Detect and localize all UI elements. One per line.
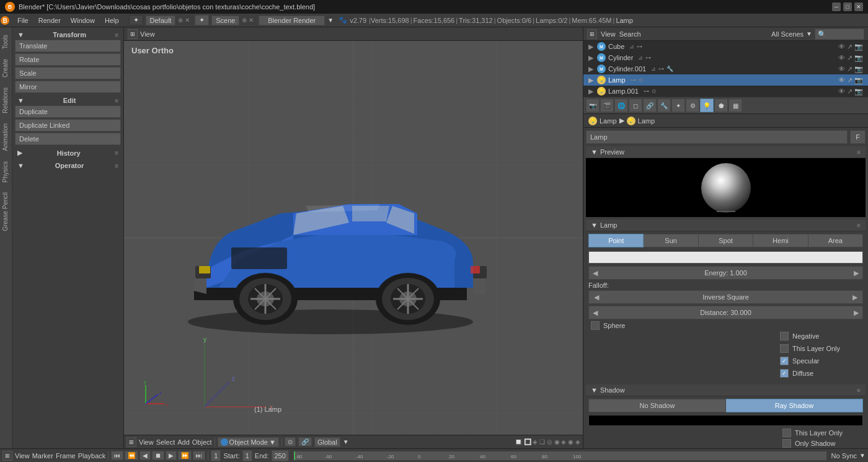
no-shadow-btn[interactable]: No Shadow	[588, 399, 726, 412]
shadow-color[interactable]	[588, 415, 863, 426]
prop-modifier-btn[interactable]: 🔧	[657, 99, 671, 112]
menu-render[interactable]: Render	[33, 14, 66, 27]
tab-grease-pencil[interactable]: Grease Pencil	[0, 187, 12, 236]
outliner-view-menu[interactable]: View	[601, 30, 616, 38]
prop-scene-btn[interactable]: 🎬	[600, 99, 614, 112]
pivot-button[interactable]: ⊙	[285, 437, 296, 446]
falloff-right-arrow[interactable]: ▶	[852, 293, 857, 301]
outliner-item-cylinder[interactable]: ▶ M Cylinder ⊿ ⊶ 👁 ↗ 📷	[583, 52, 868, 63]
lamp-color-swatch[interactable]	[588, 251, 863, 264]
no-sync-dropdown[interactable]: ▼	[859, 452, 866, 459]
viewport-view-menu[interactable]: View	[139, 438, 154, 446]
this-layer-only-checkbox[interactable]	[780, 344, 789, 353]
f-button[interactable]: F	[850, 130, 866, 144]
render-engine-selector[interactable]: Blender Render	[259, 16, 325, 25]
sphere-checkbox[interactable]	[591, 321, 600, 330]
timeline-icon[interactable]: ⊞	[2, 451, 12, 461]
distance-left-arrow[interactable]: ◀	[593, 309, 598, 317]
cyl-restrict-view[interactable]: 📷	[854, 54, 863, 62]
outliner-item-cylinder001[interactable]: ▶ M Cylinder.001 ⊿ ⊶ 🔧 👁 ↗ 📷	[583, 63, 868, 74]
cyl001-restrict-select[interactable]: ↗	[847, 65, 852, 73]
negative-checkbox[interactable]	[780, 332, 789, 340]
step-back-btn[interactable]: ⏪	[125, 451, 138, 460]
prop-particles-btn[interactable]: ✦	[671, 99, 685, 112]
lamp-restrict-select[interactable]: ↗	[847, 76, 852, 84]
duplicate-button[interactable]: Duplicate	[15, 105, 121, 118]
history-header[interactable]: ▶ History ≡	[15, 148, 121, 158]
operator-header[interactable]: ▼ Operator ≡	[15, 161, 121, 171]
timeline-scrubber[interactable]: -80 -60 -40 -20 0 20 40 60 80 100	[294, 451, 826, 460]
play-reverse-btn[interactable]: ◀	[140, 451, 151, 460]
mode-selector[interactable]: Object Mode ▼	[218, 437, 279, 447]
tab-tools[interactable]: Tools	[0, 30, 12, 54]
outliner-item-lamp[interactable]: ▶ 💡 Lamp ⊶ ⊙ 👁 ↗ 📷	[583, 74, 868, 86]
snap-button[interactable]: 🔗	[298, 437, 312, 446]
distance-field[interactable]: ◀ Distance: 30.000 ▶	[588, 306, 863, 319]
cyl001-restrict-view[interactable]: 📷	[854, 65, 863, 73]
transform-options[interactable]: ≡	[115, 32, 118, 38]
shadow-layer-only-checkbox[interactable]	[782, 429, 791, 437]
cube-restrict-select[interactable]: ↗	[847, 43, 852, 51]
outliner-icon-btn[interactable]: ⊞	[587, 29, 597, 39]
rotate-button[interactable]: Rotate	[15, 53, 121, 66]
edit-header[interactable]: ▼ Edit ≡	[15, 96, 121, 105]
prop-world-btn[interactable]: 🌐	[614, 99, 628, 112]
timeline-frame-menu[interactable]: Frame	[56, 452, 76, 460]
energy-arrow-left[interactable]: ◀	[593, 269, 598, 277]
cyl001-restrict-render[interactable]: 👁	[838, 65, 845, 73]
timeline-marker-menu[interactable]: Marker	[32, 452, 53, 460]
menu-window[interactable]: Window	[66, 14, 100, 27]
timeline-playback-menu[interactable]: Playback	[78, 452, 106, 460]
lamp-name-input[interactable]	[586, 130, 848, 144]
start-frame[interactable]: 1	[242, 450, 252, 461]
cyl-restrict-select[interactable]: ↗	[847, 54, 852, 62]
edit-options[interactable]: ≡	[115, 97, 118, 104]
viewport-object-menu[interactable]: Object	[192, 438, 212, 446]
viewport-footer-icon[interactable]: ⊞	[126, 437, 136, 447]
prop-object-btn[interactable]: ◻	[629, 99, 642, 112]
lamp-type-point[interactable]: Point	[588, 234, 644, 247]
tab-animation[interactable]: Animation	[0, 118, 12, 156]
outliner-item-lamp001[interactable]: ▶ 💡 Lamp.001 ⊶ ⊙ 👁 ↗ 📷	[583, 86, 868, 97]
only-shadow-checkbox[interactable]	[782, 439, 791, 448]
jump-end-btn[interactable]: ⏭	[193, 451, 205, 460]
cube-restrict-view[interactable]: 📷	[854, 43, 863, 51]
titlebar-controls[interactable]: ─ □ ✕	[832, 2, 863, 11]
energy-field[interactable]: ◀ Energy: 1.000 ▶	[588, 266, 863, 280]
tab-create[interactable]: Create	[0, 54, 12, 82]
preview-options[interactable]: ≡	[857, 149, 861, 156]
falloff-dropdown[interactable]: ◀ Inverse Square ▶	[588, 290, 863, 304]
viewport-select-menu[interactable]: Select	[156, 438, 175, 446]
outliner-search-input[interactable]	[815, 29, 864, 40]
lamp-header[interactable]: ▼ Lamp ≡	[586, 220, 866, 231]
prop-texture-btn[interactable]: ▦	[728, 99, 742, 112]
diffuse-checkbox[interactable]: ✓	[780, 369, 789, 378]
energy-arrow-right[interactable]: ▶	[854, 269, 859, 277]
stop-btn[interactable]: ⏹	[152, 451, 164, 460]
menu-file[interactable]: File	[12, 14, 33, 27]
ray-shadow-btn[interactable]: Ray Shadow	[726, 399, 863, 412]
step-forward-btn[interactable]: ⏩	[178, 451, 192, 460]
end-frame[interactable]: 250	[272, 450, 289, 461]
lamp-type-area[interactable]: Area	[808, 234, 863, 247]
lamp-options[interactable]: ≡	[857, 222, 861, 229]
mirror-button[interactable]: Mirror	[15, 81, 121, 93]
timeline-view-menu[interactable]: View	[15, 452, 30, 460]
maximize-button[interactable]: □	[843, 2, 852, 11]
viewport-view-label[interactable]: View	[140, 30, 155, 38]
delete-button[interactable]: Delete	[15, 133, 121, 145]
global-selector[interactable]: Global	[314, 437, 340, 447]
prop-constraint-btn[interactable]: 🔗	[643, 99, 657, 112]
shadow-header[interactable]: ▼ Shadow ≡	[586, 384, 866, 396]
lamp-restrict-render[interactable]: 👁	[838, 76, 845, 84]
current-frame[interactable]: 1	[211, 450, 221, 461]
lamp-type-sun[interactable]: Sun	[644, 234, 698, 247]
duplicate-linked-button[interactable]: Duplicate Linked	[15, 119, 121, 131]
lamp001-restrict-render[interactable]: 👁	[838, 87, 845, 96]
prop-data-btn[interactable]: 💡	[700, 99, 714, 112]
lamp-type-spot[interactable]: Spot	[699, 234, 753, 247]
tab-relations[interactable]: Relations	[0, 82, 12, 118]
prop-physics-btn[interactable]: ⚙	[686, 99, 699, 112]
outliner-search-btn[interactable]: Search	[619, 30, 641, 38]
scene-selector[interactable]: Scene	[211, 16, 239, 25]
